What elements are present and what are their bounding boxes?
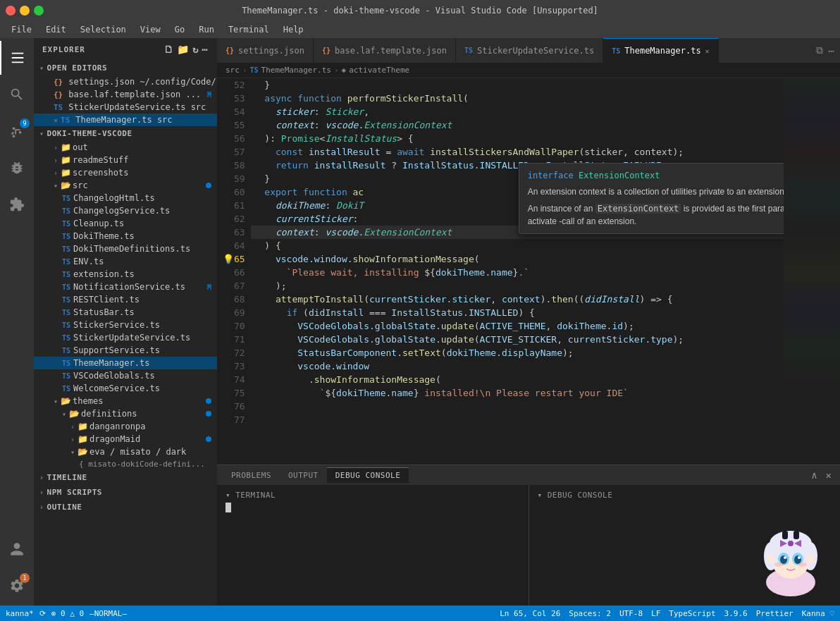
open-file-theme-manager[interactable]: ✕ TS ThemeManager.ts src [34,113,217,126]
file-rest-client[interactable]: TS RESTClient.ts [34,293,217,306]
panel-tabs: Problems Output Debug Console ∧ ✕ [217,465,840,485]
project-label: Doki-Theme-Vscode [47,129,132,138]
status-position[interactable]: Ln 65, Col 26 [500,609,560,618]
menu-run[interactable]: Run [193,23,220,36]
new-file-icon[interactable]: 🗋 [163,44,174,55]
activity-source-control[interactable]: 9 [0,114,34,148]
activity-debug[interactable] [0,151,34,185]
status-prettier[interactable]: Prettier [756,609,793,618]
status-language[interactable]: TypeScript [669,609,715,618]
outline-section[interactable]: › OUTLINE [34,500,217,515]
panel-close-icon[interactable]: ✕ [823,469,834,481]
tab-close-icon[interactable]: ✕ [705,47,710,55]
status-left: kanna* ⟳ ⊗ 0 △ 0 –NORMAL– [6,609,127,618]
open-file-sticker-update[interactable]: TS StickerUpdateService.ts src [34,101,217,113]
status-mode[interactable]: –NORMAL– [89,609,127,618]
status-encoding[interactable]: UTF-8 [619,609,643,618]
code-editor[interactable]: 52 53 54 55 56 57 58 59 60 61 62 63 64 💡… [217,78,840,465]
panel-tab-output[interactable]: Output [280,468,327,483]
code-content[interactable]: } async function performStickerInstall( … [251,78,784,465]
split-editor-icon[interactable]: ⧉ [816,44,823,56]
breadcrumb-function[interactable]: activateTheme [349,66,409,75]
close-button[interactable] [6,6,16,16]
new-folder-icon[interactable]: 📁 [177,44,190,55]
menu-go[interactable]: Go [169,23,190,36]
panel-collapse-icon[interactable]: ∧ [808,469,820,481]
file-theme-manager[interactable]: TS ThemeManager.ts [34,357,217,369]
breadcrumb-ts-icon: TS [250,66,259,74]
refresh-icon[interactable]: ↻ [192,44,199,55]
activity-settings[interactable]: 1 [0,569,34,603]
folder-screenshots[interactable]: › 📁 screenshots [34,166,217,179]
status-branch[interactable]: kanna* [6,609,34,618]
status-version[interactable]: 3.9.6 [724,609,748,618]
timeline-label: TIMELINE [47,473,87,482]
panel-tab-debug-console[interactable]: Debug Console [327,467,409,483]
file-misato-doki[interactable]: { misato-dokiCode-defini... [34,458,217,470]
code-line-66: ) { [251,239,784,252]
breadcrumb-src[interactable]: src [226,66,240,75]
file-cleanup[interactable]: TS Cleanup.ts [34,217,217,230]
folder-src[interactable]: ▾ 📂 src [34,179,217,192]
timeline-section[interactable]: › TIMELINE [34,470,217,485]
activity-account[interactable] [0,532,34,566]
file-status-bar[interactable]: TS StatusBar.ts [34,306,217,319]
file-changelog-service[interactable]: TS ChangelogService.ts [34,204,217,217]
status-kanna[interactable]: Kanna ♡ [802,609,834,618]
outline-label: OUTLINE [47,503,82,512]
menu-terminal[interactable]: Terminal [223,23,275,36]
file-doki-theme[interactable]: TS DokiTheme.ts [34,230,217,242]
status-right: Ln 65, Col 26 Spaces: 2 UTF-8 LF TypeScr… [500,609,834,618]
minimize-button[interactable] [20,6,30,16]
file-env[interactable]: TS ENV.ts [34,255,217,268]
tab-settings-json[interactable]: {} settings.json [217,38,314,63]
status-spaces[interactable]: Spaces: 2 [569,609,611,618]
folder-readme[interactable]: › 📁 readmeStuff [34,154,217,166]
collapse-icon[interactable]: ⋯ [202,44,209,55]
status-sync[interactable]: ⟳ [39,609,46,618]
file-support-service[interactable]: TS SupportService.ts [34,344,217,357]
open-editors-section[interactable]: ▾ Open Editors [34,61,217,75]
folder-out[interactable]: › 📁 out [34,141,217,154]
breadcrumb-file[interactable]: ThemeManager.ts [261,66,331,75]
file-notification-service[interactable]: TS NotificationService.ts M [34,281,217,293]
window-title: ThemeManager.ts - doki-theme-vscode - Vi… [242,6,598,16]
menu-edit[interactable]: Edit [40,23,72,36]
editor-tabs: {} settings.json {} base.laf.template.js… [217,38,840,63]
panel: Problems Output Debug Console ∧ ✕ ▾ TERM… [217,465,840,605]
menu-help[interactable]: Help [278,23,309,36]
file-vscode-globals[interactable]: TS VSCodeGlobals.ts [34,369,217,382]
sidebar-content: ▾ Open Editors {} settings.json ~/.confi… [34,61,217,605]
folder-dragon-maid[interactable]: › 📁 dragonMaid [34,433,217,445]
file-extension[interactable]: TS extension.ts [34,268,217,281]
menu-view[interactable]: View [135,23,166,36]
open-file-settings[interactable]: {} settings.json ~/.config/Code/... [34,75,217,88]
folder-danganronpa[interactable]: › 📁 danganronpa [34,420,217,433]
debug-console-panel: ▾ DEBUG CONSOLE [529,485,841,605]
main-area: 9 1 Explorer 🗋 📁 ↻ ⋯ [0,38,840,605]
more-tabs-icon[interactable]: ⋯ [829,45,834,56]
npm-scripts-section[interactable]: › NPM SCRIPTS [34,485,217,500]
panel-tab-problems[interactable]: Problems [223,468,280,483]
file-sticker-update-service[interactable]: TS StickerUpdateService.ts [34,331,217,344]
file-changelog-html[interactable]: TS ChangelogHtml.ts [34,192,217,204]
folder-eva-misato-dark[interactable]: ▾ 📂 eva / misato / dark [34,445,217,458]
file-welcome-service[interactable]: TS WelcomeService.ts [34,382,217,395]
folder-themes[interactable]: ▾ 📂 themes [34,395,217,407]
activity-extensions[interactable] [0,187,34,221]
menu-selection[interactable]: Selection [75,23,132,36]
activity-search[interactable] [0,78,34,111]
status-line-ending[interactable]: LF [651,609,660,618]
file-doki-theme-defs[interactable]: TS DokiThemeDefinitions.ts [34,242,217,255]
activity-explorer[interactable] [0,41,34,75]
project-section[interactable]: ▾ Doki-Theme-Vscode [34,126,217,141]
tab-base-template[interactable]: {} base.laf.template.json [314,38,456,63]
status-errors[interactable]: ⊗ 0 △ 0 [51,609,84,618]
menu-file[interactable]: File [6,23,37,36]
maximize-button[interactable] [34,6,44,16]
tab-sticker-update[interactable]: TS StickerUpdateService.ts [456,38,603,63]
tab-theme-manager[interactable]: TS ThemeManager.ts ✕ [603,38,718,63]
folder-definitions[interactable]: ▾ 📂 definitions [34,407,217,420]
open-file-base-template[interactable]: {} base.laf.template.json ... M [34,88,217,101]
file-sticker-service[interactable]: TS StickerService.ts [34,319,217,331]
